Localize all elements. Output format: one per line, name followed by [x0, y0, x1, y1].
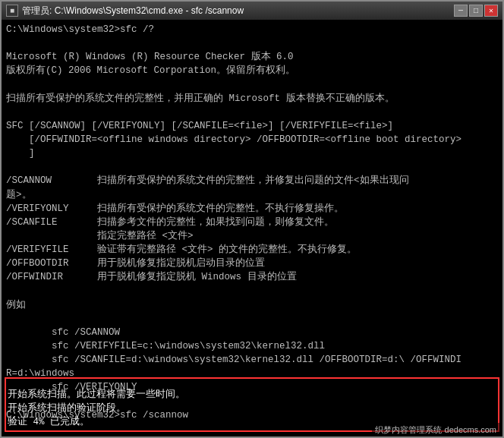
terminal-line: /OFFBOOTDIR 用于脱机修复指定脱机启动目录的位置	[6, 257, 498, 270]
terminal-line: ]	[6, 147, 498, 160]
terminal-line: /SCANNOW 扫描所有受保护的系统文件的完整性，并修复出问题的文件<如果出现…	[6, 174, 498, 187]
terminal-line: SFC [/SCANNOW] [/VERIFYONLY] [/SCANFILE=…	[6, 119, 498, 133]
terminal-content: C:\Windows\system32>sfc /? Microsoft (R)…	[2, 20, 502, 436]
minimize-button[interactable]: ─	[454, 5, 468, 17]
title-bar: ■ 管理员: C:\Windows\System32\cmd.exe - sfc…	[2, 2, 502, 20]
terminal-line: /VERIFYONLY 扫描所有受保护的系统文件的完整性。不执行修复操作。	[6, 202, 498, 216]
terminal-line: sfc /SCANNOW	[6, 326, 498, 339]
terminal-line: /OFFWINDIR 用于脱机修复指定脱机 Windows 目录的位置	[6, 270, 498, 284]
terminal-line	[6, 284, 498, 298]
terminal-line	[6, 36, 498, 50]
highlighted-lines: 开始系统扫描。此过程将需要一些时间。开始系统扫描的验证阶段。验证 4% 已完成。	[8, 388, 496, 429]
terminal-line	[6, 78, 498, 92]
terminal-line	[6, 160, 498, 174]
terminal-lines: C:\Windows\system32>sfc /? Microsoft (R)…	[6, 23, 498, 436]
terminal-line: sfc /VERIFYFILE=c:\windows\system32\kern…	[6, 339, 498, 353]
terminal-line	[6, 312, 498, 326]
highlighted-terminal-line: 开始系统扫描。此过程将需要一些时间。	[8, 388, 496, 402]
title-bar-left: ■ 管理员: C:\Windows\System32\cmd.exe - sfc…	[6, 5, 244, 17]
title-buttons[interactable]: ─ □ ✕	[454, 5, 498, 17]
terminal-line: /SCANFILE 扫描参考文件的完整性，如果找到问题，则修复文件。	[6, 216, 498, 229]
terminal-line: C:\Windows\system32>sfc /?	[6, 23, 498, 36]
terminal-line: R=d:\windows	[6, 367, 498, 380]
maximize-button[interactable]: □	[469, 5, 483, 17]
terminal-line	[6, 106, 498, 119]
highlighted-terminal-line: 验证 4% 已完成。	[8, 415, 496, 429]
terminal-line: 题>。	[6, 188, 498, 202]
cmd-window: ■ 管理员: C:\Windows\System32\cmd.exe - sfc…	[0, 0, 504, 438]
terminal-line: 版权所有(C) 2006 Microsoft Corporation。保留所有权…	[6, 64, 498, 77]
window-icon: ■	[6, 5, 18, 17]
terminal-line: Microsoft (R) Windows (R) Resource Check…	[6, 50, 498, 64]
terminal-line: 例如	[6, 298, 498, 312]
terminal-line: /VERIFYFILE 验证带有完整路径 <文件> 的文件的完整性。不执行修复。	[6, 243, 498, 257]
terminal-line: sfc /SCANFILE=d:\windows\system32\kernel…	[6, 353, 498, 367]
highlighted-terminal-line: 开始系统扫描的验证阶段。	[8, 402, 496, 415]
terminal-line: 扫描所有受保护的系统文件的完整性，并用正确的 Microsoft 版本替换不正确…	[6, 92, 498, 106]
close-button[interactable]: ✕	[484, 5, 498, 17]
terminal-line: 指定完整路径 <文件>	[6, 229, 498, 243]
terminal-line: [/OFFWINDIR=<offline windows directory> …	[6, 133, 498, 147]
window-title: 管理员: C:\Windows\System32\cmd.exe - sfc /…	[22, 5, 244, 17]
